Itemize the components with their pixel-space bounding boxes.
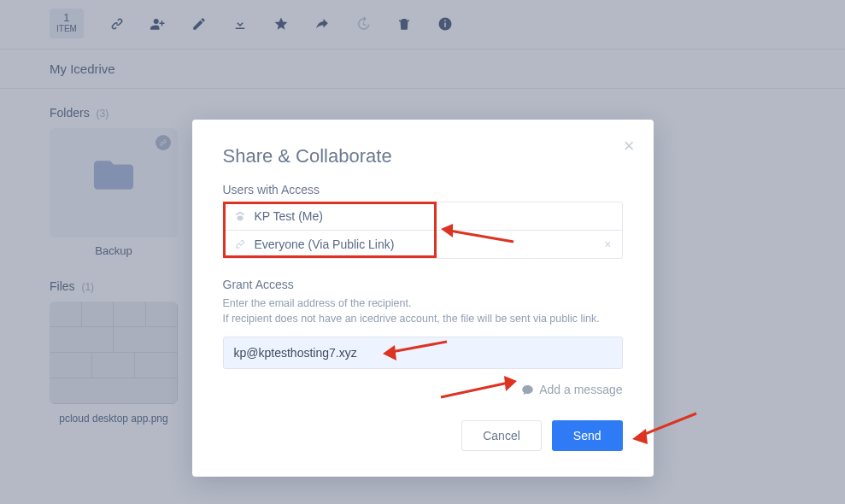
remove-access-icon[interactable]: × xyxy=(604,237,611,251)
helper-line: If recipient does not have an icedrive a… xyxy=(223,312,623,327)
users-with-access-heading: Users with Access xyxy=(223,183,623,196)
helper-line: Enter the email address of the recipient… xyxy=(223,296,623,312)
svg-point-5 xyxy=(239,212,242,214)
modal-title: Share & Collaborate xyxy=(223,145,623,167)
modal-overlay: × Share & Collaborate Users with Access … xyxy=(0,0,845,504)
modal-button-row: Cancel Send xyxy=(223,420,623,451)
send-button[interactable]: Send xyxy=(552,420,623,451)
svg-point-3 xyxy=(236,213,238,215)
speech-bubble-icon xyxy=(521,384,534,396)
access-user-label: KP Test (Me) xyxy=(255,209,323,223)
grant-access-heading: Grant Access xyxy=(223,278,623,291)
add-message-link[interactable]: Add a message xyxy=(223,383,623,396)
paw-icon xyxy=(234,210,246,222)
grant-helper-text: Enter the email address of the recipient… xyxy=(223,296,623,326)
svg-point-7 xyxy=(237,215,243,220)
link-icon xyxy=(234,238,246,250)
cancel-button[interactable]: Cancel xyxy=(461,420,542,451)
svg-point-4 xyxy=(238,212,240,214)
access-row-owner: KP Test (Me) xyxy=(224,202,622,230)
access-list: KP Test (Me) Everyone (Via Public Link) … xyxy=(223,202,623,259)
access-user-label: Everyone (Via Public Link) xyxy=(255,237,395,251)
recipient-email-input[interactable] xyxy=(223,337,623,369)
access-row-public: Everyone (Via Public Link) × xyxy=(224,230,622,258)
add-message-label: Add a message xyxy=(539,383,622,396)
close-icon[interactable]: × xyxy=(624,135,635,157)
share-modal: × Share & Collaborate Users with Access … xyxy=(192,120,654,477)
svg-point-6 xyxy=(242,213,244,215)
